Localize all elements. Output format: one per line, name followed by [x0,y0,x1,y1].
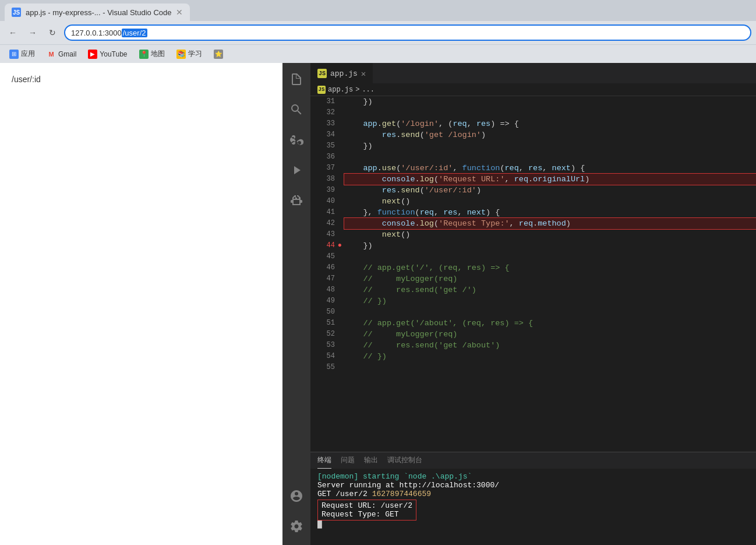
line-numbers: 31 32 33 34 35 36 37 38 39 40 41 42 43 4… [310,96,340,452]
code-line-33: app.get('/login', (req, res) => { [344,118,756,129]
browser-chrome: JS app.js - my-express-... - Visual Stud… [0,0,756,63]
code-line-32 [344,107,756,118]
js-file-icon: JS [317,69,327,78]
browser-toolbar: ← → ↻ 127.0.0.1:3000/user/2 [0,21,756,44]
code-line-39: res.send('/user/:id') [344,185,756,196]
bookmark-youtube[interactable]: ▶ YouTube [83,48,132,60]
address-bar[interactable]: 127.0.0.1:3000/user/2 [64,24,751,41]
gmail-icon: M [47,50,56,59]
line-num-38: 38 [310,174,335,185]
code-line-48: // res.send('get /') [344,284,756,296]
activity-search[interactable] [282,96,310,124]
terminal-server-line: Server running at http://localhost:3000/ [317,481,499,490]
code-line-38: console.log('Request URL:', req.original… [344,174,756,185]
terminal-cursor-line: █ [317,521,749,529]
terminal-request-box: Request URL: /user/2 Request Type: GET [317,500,416,521]
line-num-36: 36 [310,152,335,163]
editor-tab-close[interactable]: ✕ [361,69,366,79]
line-num-31: 31 [310,96,335,107]
terminal-timestamp: 1627897446659 [372,490,431,498]
terminal-tab-debug-console[interactable]: 调试控制台 [387,452,422,469]
activity-bottom [282,482,310,545]
terminal-panel: 终端 问题 输出 调试控制台 [nodemon] starting `node … [310,452,756,545]
code-line-49: // }) [344,296,756,307]
activity-source-control[interactable] [282,126,310,154]
line-num-45: 45 [310,251,335,262]
line-num-34: 34 [310,129,335,140]
code-editor[interactable]: 31 32 33 34 35 36 37 38 39 40 41 42 43 4… [310,96,756,452]
code-line-45 [344,251,756,262]
line-num-33: 33 [310,118,335,129]
youtube-icon: ▶ [88,50,97,59]
page-content: /user/:id [12,75,271,84]
bookmark-apps[interactable]: ⊞ 应用 [5,48,40,60]
account-icon [289,489,303,503]
breadcrumb-separator: > [355,86,359,94]
code-line-34: res.send('get /login') [344,129,756,140]
breadcrumb-filename: app.js [328,86,353,94]
terminal-content: [nodemon] starting `node .\app.js` Serve… [310,469,756,545]
terminal-tab-terminal[interactable]: 终端 [317,452,331,469]
code-line-46: // app.get('/', (req, res) => { [344,262,756,273]
breadcrumb: JS app.js > ... [310,83,756,96]
terminal-tab-problems[interactable]: 问题 [341,452,355,469]
reload-button[interactable]: ↻ [44,24,61,41]
line-num-55: 55 [310,362,335,373]
code-line-53: // res.send('get /about') [344,340,756,351]
settings-icon [289,519,303,533]
activity-account[interactable] [282,482,310,510]
line-num-52: 52 [310,329,335,340]
terminal-tab-output[interactable]: 输出 [364,452,378,469]
line-num-37: 37 [310,163,335,174]
terminal-tabs: 终端 问题 输出 调试控制台 [310,452,756,469]
activity-run[interactable] [282,156,310,184]
page-text: /user/:id [12,75,271,84]
files-icon [289,72,303,86]
editor-area: JS app.js ✕ JS app.js > ... 31 32 33 [310,63,756,545]
back-button[interactable]: ← [5,24,21,41]
bookmark-plain[interactable]: ⭐ [209,48,228,60]
apps-icon: ⊞ [9,50,19,59]
line-num-42: 42 [310,218,335,229]
bookmark-study[interactable]: 📚 学习 [172,48,207,60]
code-line-41: }, function(req, res, next) { [344,207,756,218]
code-line-55 [344,362,756,373]
terminal-line-1: [nodemon] starting `node .\app.js` [317,472,749,481]
editor-tab-label: app.js [330,69,358,78]
map-icon: 📍 [139,50,149,59]
bookmark-gmail[interactable]: M Gmail [42,48,81,60]
browser-content: /user/:id [0,63,282,545]
code-line-51: // app.get('/about', (req, res) => { [344,318,756,329]
code-line-54: // }) [344,351,756,362]
bookmark-map[interactable]: 📍 地图 [135,48,169,60]
editor-tab-appjs[interactable]: JS app.js ✕ [310,63,373,83]
terminal-get-line: GET /user/2 [317,490,372,498]
line-num-46: 46 [310,262,335,273]
line-num-44: 44 [310,240,335,251]
browser-tab-active[interactable]: JS app.js - my-express-... - Visual Stud… [5,3,190,21]
activity-explorer[interactable] [282,65,310,93]
address-highlight: /user/2 [122,29,147,37]
line-num-47: 47 [310,273,335,284]
forward-button[interactable]: → [24,24,41,41]
bookmark-study-label: 学习 [188,49,202,59]
extensions-icon [289,194,303,208]
bookmark-map-label: 地图 [151,49,165,59]
bookmark-gmail-label: Gmail [58,50,76,58]
run-icon [289,163,303,177]
terminal-request-url: Request URL: /user/2 [322,501,412,510]
line-num-50: 50 [310,307,335,318]
activity-settings[interactable] [282,512,310,540]
terminal-request-type: Request Type: GET [322,510,412,519]
search-icon [289,103,303,117]
terminal-cursor: █ [317,521,322,529]
line-num-48: 48 [310,284,335,296]
activity-extensions[interactable] [282,187,310,215]
bookmark-apps-label: 应用 [21,49,35,59]
code-line-47: // myLogger(req) [344,273,756,284]
activity-bar [282,63,310,545]
tab-close-button[interactable]: ✕ [176,8,183,17]
line-num-51: 51 [310,318,335,329]
breadcrumb-js-icon: JS [317,86,326,94]
breadcrumb-rest: ... [362,86,375,94]
